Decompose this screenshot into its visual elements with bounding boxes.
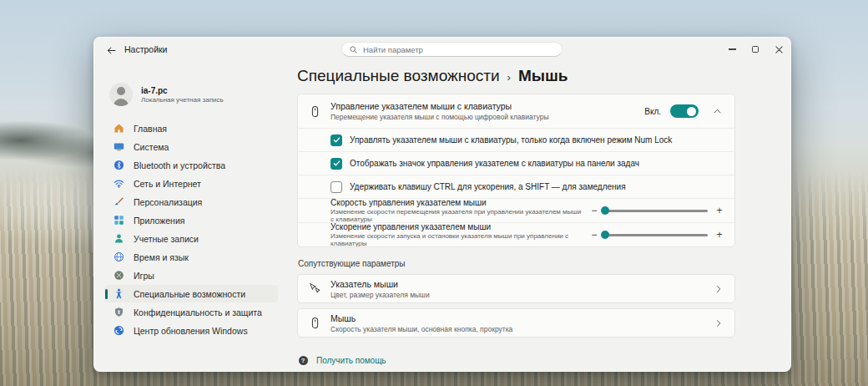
decrease-button[interactable]: − (590, 206, 598, 216)
sidebar-item-privacy[interactable]: Конфиденциальность и защита (104, 303, 278, 321)
slider-subtitle: Изменение скорости запуска и остановки у… (331, 232, 582, 247)
checkbox-label: Удерживать клавишу CTRL для ускорения, а… (350, 182, 626, 191)
page-title: Специальные возможности › Мышь (297, 67, 735, 85)
shield-icon (113, 307, 124, 318)
slider-title: Ускорение управления указателем мыши (331, 222, 582, 231)
slider-title: Скорость управления указателем мыши (331, 198, 582, 207)
search-icon (349, 45, 358, 54)
main-content: Специальные возможности › Мышь Управлени… (285, 61, 790, 371)
account-card[interactable]: ia-7.pc Локальная учетная запись (109, 83, 278, 106)
cursor-icon (309, 282, 331, 295)
search-box[interactable] (341, 42, 563, 57)
sidebar-item-gaming[interactable]: Игры (104, 267, 278, 284)
sidebar-item-label: Игры (134, 271, 154, 281)
sidebar-item-label: Специальные возможности (134, 289, 245, 299)
app-title: Настройки (124, 44, 168, 54)
numlock-checkbox[interactable] (331, 135, 342, 146)
card-title: Мышь (331, 313, 705, 323)
sidebar-nav: Главная Система Bluetooth и устройства С… (104, 119, 278, 339)
window-controls (720, 38, 790, 61)
globe-icon (113, 251, 124, 263)
home-icon (113, 123, 124, 135)
check-icon (332, 159, 341, 168)
account-name: ia-7.pc (141, 86, 224, 95)
mouse-pointer-card[interactable]: Указатель мыши Цвет, размер указателя мы… (297, 274, 735, 303)
ctrl-shift-checkbox[interactable] (331, 181, 342, 193)
related-section-title: Сопутствующие параметры (298, 259, 735, 268)
numlock-option-row[interactable]: Управлять указателем мыши с клавиатуры, … (298, 128, 734, 151)
card-subtitle: Скорость указателя мыши, основная кнопка… (331, 325, 705, 333)
help-icon (297, 356, 309, 365)
increase-button[interactable]: + (715, 206, 724, 216)
slider-subtitle: Изменение скорости перемещения указателя… (331, 208, 582, 223)
sidebar-item-label: Главная (134, 124, 167, 134)
footer-links: Получить помощь Отправить отзыв (297, 352, 735, 371)
decrease-button[interactable]: − (590, 230, 598, 240)
sidebar: ia-7.pc Локальная учетная запись Главная… (94, 61, 285, 371)
sidebar-item-label: Bluetooth и устройства (134, 160, 225, 170)
checkbox-label: Отображать значок управления указателем … (350, 159, 639, 168)
mouse-icon (309, 317, 331, 329)
brush-icon (113, 196, 124, 208)
sidebar-item-personalization[interactable]: Персонализация (104, 193, 278, 211)
collapse-button[interactable] (710, 106, 724, 117)
sidebar-item-label: Приложения (134, 216, 184, 226)
sidebar-item-label: Сеть и Интернет (134, 179, 201, 189)
back-button[interactable] (104, 43, 118, 57)
check-icon (332, 135, 341, 145)
xbox-icon (113, 270, 124, 282)
sidebar-item-label: Учетные записи (134, 234, 199, 244)
pointer-acceleration-row: Ускорение управления указателем мыши Изм… (298, 222, 734, 246)
back-arrow-icon (106, 45, 117, 56)
sidebar-item-time-language[interactable]: Время и язык (104, 248, 278, 266)
send-feedback-link[interactable]: Отправить отзыв (297, 369, 735, 371)
pointer-speed-slider[interactable] (606, 210, 708, 212)
mouse-settings-card[interactable]: Мышь Скорость указателя мыши, основная к… (297, 308, 735, 338)
toggle-knob (687, 107, 696, 116)
mouse-keys-title: Управление указателем мыши с клавиатуры (331, 101, 644, 111)
sidebar-item-accounts[interactable]: Учетные записи (104, 230, 278, 247)
card-title: Указатель мыши (331, 279, 705, 289)
person-icon (113, 233, 124, 245)
get-help-link[interactable]: Получить помощь (297, 352, 735, 369)
sidebar-item-network[interactable]: Сеть и Интернет (104, 175, 278, 192)
sidebar-item-accessibility[interactable]: Специальные возможности (104, 285, 278, 302)
sidebar-item-system[interactable]: Система (104, 138, 278, 155)
close-icon (775, 45, 784, 54)
accessibility-icon (113, 288, 124, 300)
sidebar-item-label: Конфиденциальность и защита (134, 307, 262, 317)
sidebar-item-label: Время и язык (134, 252, 189, 262)
mouse-keys-header[interactable]: Управление указателем мыши с клавиатуры … (298, 94, 734, 128)
sidebar-item-bluetooth[interactable]: Bluetooth и устройства (104, 156, 278, 174)
update-icon (113, 325, 124, 337)
minimize-button[interactable] (720, 38, 744, 61)
toggle-state-label: Вкл. (644, 107, 661, 116)
search-input[interactable] (363, 45, 555, 54)
mouse-keys-subtitle: Перемещение указателя мыши с помощью циф… (331, 113, 644, 121)
pointer-acceleration-slider[interactable] (606, 234, 708, 236)
increase-button[interactable]: + (715, 230, 724, 240)
sidebar-item-home[interactable]: Главная (104, 119, 278, 137)
system-icon (113, 141, 124, 153)
sidebar-item-windows-update[interactable]: Центр обновления Windows (104, 322, 278, 339)
mouse-keys-toggle[interactable] (670, 104, 699, 118)
titlebar: Настройки (94, 38, 790, 61)
sidebar-item-apps[interactable]: Приложения (104, 211, 278, 229)
taskbar-icon-option-row[interactable]: Отображать значок управления указателем … (298, 151, 734, 175)
chevron-right-icon (714, 284, 724, 294)
checkbox-label: Управлять указателем мыши с клавиатуры, … (350, 135, 672, 145)
wifi-icon (113, 178, 124, 190)
card-subtitle: Цвет, размер указателя мыши (331, 291, 705, 299)
minimize-icon (729, 48, 736, 49)
maximize-button[interactable] (744, 38, 767, 61)
account-type: Локальная учетная запись (141, 96, 224, 104)
sidebar-item-label: Персонализация (134, 197, 202, 207)
mouse-keys-card: Управление указателем мыши с клавиатуры … (297, 94, 735, 247)
close-button[interactable] (767, 38, 790, 61)
apps-grid-icon (113, 215, 124, 226)
ctrl-shift-option-row[interactable]: Удерживать клавишу CTRL для ускорения, а… (298, 175, 734, 198)
breadcrumb-separator: › (507, 69, 511, 84)
taskbar-icon-checkbox[interactable] (331, 158, 342, 170)
pointer-speed-row: Скорость управления указателем мыши Изме… (298, 198, 734, 222)
breadcrumb-parent[interactable]: Специальные возможности (297, 67, 500, 85)
